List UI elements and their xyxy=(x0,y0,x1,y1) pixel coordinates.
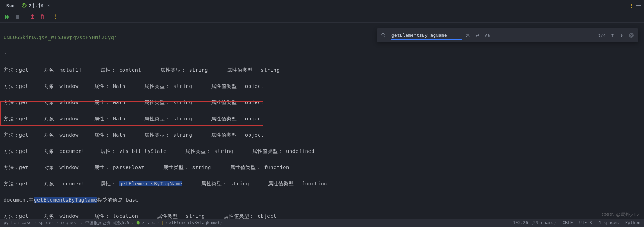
search-highlight: getElementsByTagName xyxy=(119,181,182,186)
search-input[interactable] xyxy=(391,31,462,40)
search-icon[interactable]: - xyxy=(380,32,387,39)
clear-all-button[interactable] xyxy=(40,14,45,20)
find-panel: - Aa 3/4 xyxy=(377,28,638,42)
run-tool-window-label[interactable]: Run xyxy=(3,3,18,8)
svg-point-3 xyxy=(382,33,384,36)
status-right: 103:26 (29 chars) CRLF UTF-8 4 spaces Py… xyxy=(513,220,640,225)
tab-bar: Run JS zj.js × xyxy=(0,0,644,11)
window-controls xyxy=(631,0,641,11)
svg-text:JS: JS xyxy=(23,4,26,7)
run-toolbar xyxy=(0,11,644,23)
chevron-right-icon: › xyxy=(157,220,159,225)
minimize-icon[interactable] xyxy=(636,5,641,6)
indent-setting[interactable]: 4 spaces xyxy=(598,220,619,225)
stop-button[interactable] xyxy=(15,14,20,19)
svg-text:-: - xyxy=(385,32,387,35)
js-file-icon: JS xyxy=(22,3,27,8)
breadcrumb-item[interactable]: getElementsByTagName() xyxy=(166,220,222,225)
breadcrumb-item[interactable]: request xyxy=(60,220,79,225)
breadcrumb-item[interactable]: python case xyxy=(4,220,31,225)
next-match-icon[interactable] xyxy=(619,32,625,38)
function-icon: ƒ xyxy=(162,220,164,225)
console-line: 方法：get 对象：document 属性： getElementsByTagN… xyxy=(4,180,640,188)
prev-match-icon[interactable] xyxy=(609,32,616,38)
breadcrumb[interactable]: python case › spider › request › 中国银河证券-… xyxy=(4,220,513,226)
tab-filename: zj.js xyxy=(29,2,43,8)
language-mode[interactable]: Python xyxy=(625,220,640,225)
chevron-right-icon: › xyxy=(56,220,58,225)
line-ending[interactable]: CRLF xyxy=(563,220,573,225)
console-line: 方法：get 对象：window 属性： Math 属性类型： string 属… xyxy=(4,115,640,123)
console-line: 方法：get 对象：window 属性： parseFloat 属性类型： st… xyxy=(4,163,640,172)
clear-search-icon[interactable] xyxy=(465,32,471,38)
chevron-right-icon: › xyxy=(132,220,134,225)
rerun-button[interactable] xyxy=(4,14,10,20)
breadcrumb-item[interactable]: 中国银河证券-瑞数5.5 xyxy=(85,220,129,226)
new-line-icon[interactable] xyxy=(474,32,481,38)
match-count: 3/4 xyxy=(598,33,606,38)
close-icon[interactable]: × xyxy=(46,2,50,8)
js-file-icon: ⬢ xyxy=(136,220,140,225)
console-line: } xyxy=(4,50,640,58)
find-nav xyxy=(609,32,635,39)
console-line: 方法：get 对象：window 属性： Math 属性类型： string 属… xyxy=(4,82,640,90)
chevron-right-icon: › xyxy=(81,220,83,225)
cursor-position[interactable]: 103:26 (29 chars) xyxy=(513,220,556,225)
more-vertical-icon[interactable] xyxy=(631,4,632,8)
svg-line-4 xyxy=(384,36,385,37)
file-tab[interactable]: JS zj.js × xyxy=(18,0,54,11)
console-line: document中getElementsByTagName接受的值是 base xyxy=(4,196,640,204)
scroll-to-end-button[interactable] xyxy=(30,14,35,20)
svg-rect-2 xyxy=(16,15,19,19)
toolbar-divider xyxy=(50,14,50,20)
search-highlight: getElementsByTagName xyxy=(34,197,97,203)
console-line: 方法：get 对象：window 属性： Math 属性类型： string 属… xyxy=(4,98,640,107)
toolbar-divider xyxy=(25,14,25,20)
chevron-right-icon: › xyxy=(34,220,36,225)
console-line: 方法：get 对象：meta[1] 属性： content 属性类型： stri… xyxy=(4,66,640,74)
console-output[interactable]: UNLOGSkinDAqXA_WTbJ8WpqvsdHYHNi2Cyq' } 方… xyxy=(0,23,644,227)
status-bar: python case › spider › request › 中国银河证券-… xyxy=(0,219,644,227)
more-options-icon[interactable] xyxy=(55,14,56,19)
breadcrumb-item[interactable]: zj.js xyxy=(142,220,155,225)
breadcrumb-item[interactable]: spider xyxy=(39,220,54,225)
match-case-button[interactable]: Aa xyxy=(484,32,491,38)
file-encoding[interactable]: UTF-8 xyxy=(579,220,592,225)
console-line: 方法：get 对象：document 属性： visibilityState 属… xyxy=(4,147,640,155)
close-find-icon[interactable] xyxy=(628,32,635,39)
console-line: 方法：get 对象：window 属性： Math 属性类型： string 属… xyxy=(4,131,640,139)
watermark: CSDN @局外人LZ xyxy=(602,211,640,218)
